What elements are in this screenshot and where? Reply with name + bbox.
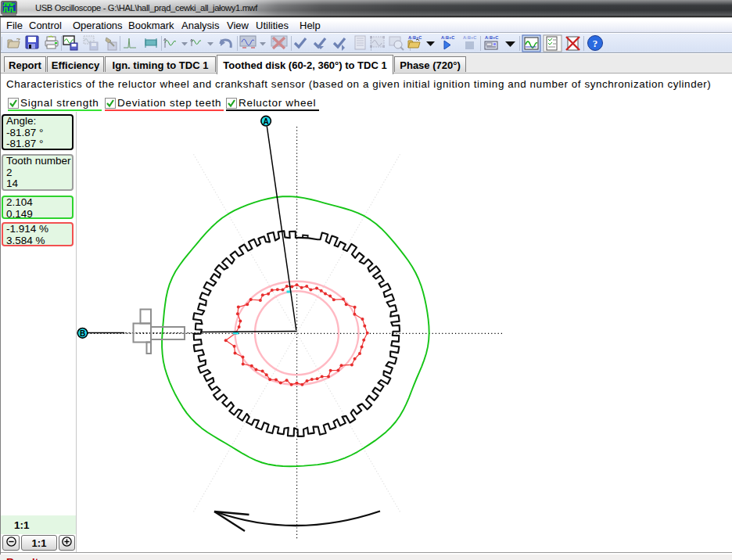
svg-text:?: ? <box>593 38 598 49</box>
svg-text:A:B+C: A:B+C <box>408 35 422 40</box>
svg-text:B: B <box>80 329 85 338</box>
svg-text:A:B+C: A:B+C <box>441 35 454 40</box>
svg-text:A: A <box>263 117 268 126</box>
svg-text:A:B+C: A:B+C <box>485 35 498 40</box>
svg-text:A:B+C: A:B+C <box>463 35 476 40</box>
